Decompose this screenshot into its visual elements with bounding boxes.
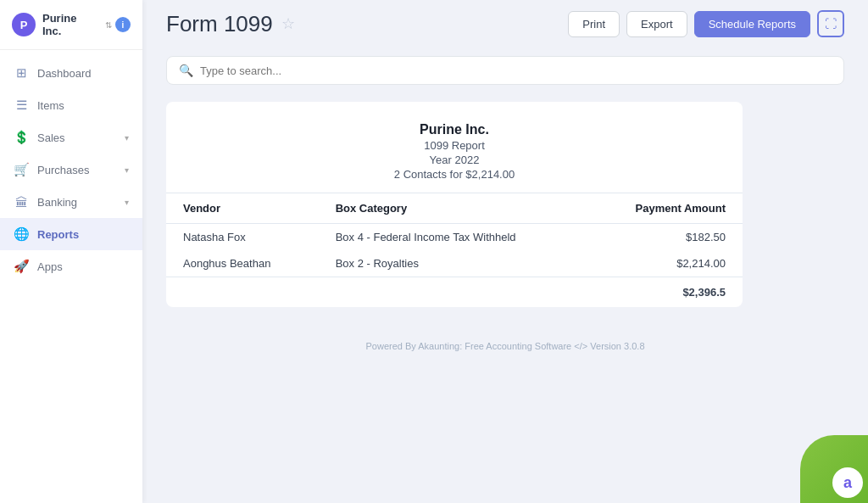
reports-icon: 🌐 (14, 226, 29, 242)
bottom-logo: a (832, 467, 863, 498)
table-row: Aonghus BeathanBox 2 - Royalties$2,214.0… (166, 250, 743, 277)
sidebar-item-label-banking: Banking (37, 196, 77, 209)
box-category-cell: Box 4 - Federal Income Tax Withheld (319, 224, 587, 251)
sidebar-item-label-apps: Apps (37, 260, 63, 273)
content-area: 🔍 Purine Inc. 1099 Report Year 2022 2 Co… (142, 48, 868, 503)
report-company-name: Purine Inc. (183, 122, 726, 137)
sidebar-item-apps[interactable]: 🚀Apps (0, 250, 142, 282)
table-row: Natasha FoxBox 4 - Federal Income Tax Wi… (166, 224, 743, 251)
vendor-cell: Aonghus Beathan (166, 250, 319, 277)
dashboard-icon: ⊞ (14, 65, 29, 81)
page-title: Form 1099 ☆ (166, 11, 295, 37)
apps-icon: 🚀 (14, 259, 29, 274)
company-logo-circle: P (12, 13, 36, 36)
sidebar-item-dashboard[interactable]: ⊞Dashboard (0, 57, 142, 89)
info-icon[interactable]: i (115, 17, 131, 32)
vendor-col-header: Vendor (166, 193, 319, 224)
search-icon: 🔍 (179, 64, 193, 77)
payment-amount-cell: $182.50 (587, 224, 743, 251)
chevron-down-icon: ▾ (125, 133, 129, 143)
page-footer: Powered By Akaunting: Free Accounting So… (166, 341, 844, 368)
logo-controls: ⇅ i (105, 17, 131, 32)
export-button[interactable]: Export (626, 11, 687, 37)
sidebar-item-label-dashboard: Dashboard (37, 67, 92, 80)
payment-amount-cell: $2,214.00 (587, 250, 743, 277)
search-bar: 🔍 (166, 56, 844, 85)
chevron-down-icon: ▾ (125, 165, 129, 175)
total-row: $2,396.5 (166, 277, 743, 308)
box-category-col-header: Box Category (319, 193, 587, 224)
sidebar-item-sales[interactable]: 💲Sales▾ (0, 121, 142, 154)
sidebar-item-items[interactable]: ☰Items (0, 89, 142, 121)
purchases-icon: 🛒 (14, 162, 29, 177)
sidebar-item-label-sales: Sales (37, 131, 65, 144)
sidebar-item-label-purchases: Purchases (37, 164, 89, 176)
print-button[interactable]: Print (568, 11, 620, 37)
company-logo[interactable]: P Purine Inc. ⇅ i (0, 0, 142, 50)
sales-icon: 💲 (14, 130, 29, 145)
sidebar-item-banking[interactable]: 🏛Banking▾ (0, 186, 142, 218)
footer-code-icon: </> (574, 341, 590, 351)
sidebar-item-purchases[interactable]: 🛒Purchases▾ (0, 154, 142, 186)
schedule-reports-button[interactable]: Schedule Reports (694, 11, 810, 37)
total-amount: $2,396.5 (587, 277, 743, 308)
vendor-cell: Natasha Fox (166, 224, 319, 251)
topbar-actions: Print Export Schedule Reports ⛶ (568, 10, 844, 37)
favorite-star-icon[interactable]: ☆ (281, 14, 295, 33)
banking-icon: 🏛 (14, 194, 29, 210)
report-year: Year 2022 (183, 154, 726, 166)
capture-button[interactable]: ⛶ (817, 10, 844, 37)
report-header: Purine Inc. 1099 Report Year 2022 2 Cont… (166, 102, 743, 193)
sidebar-item-reports[interactable]: 🌐Reports (0, 218, 142, 250)
footer-text: Powered By Akaunting: Free Accounting So… (365, 341, 571, 351)
payment-amount-col-header: Payment Amount (587, 193, 743, 224)
page-title-text: Form 1099 (166, 11, 273, 37)
footer-version: Version 3.0.8 (590, 341, 644, 351)
items-icon: ☰ (14, 98, 29, 113)
box-category-cell: Box 2 - Royalties (319, 250, 587, 277)
sidebar-nav: ⊞Dashboard☰Items💲Sales▾🛒Purchases▾🏛Banki… (0, 50, 142, 503)
sidebar: P Purine Inc. ⇅ i ⊞Dashboard☰Items💲Sales… (0, 0, 142, 503)
main-content: Form 1099 ☆ Print Export Schedule Report… (142, 0, 868, 503)
bottom-right-decoration: a (800, 435, 868, 503)
report-box: Purine Inc. 1099 Report Year 2022 2 Cont… (166, 102, 743, 307)
search-input[interactable] (200, 64, 832, 77)
company-name: Purine Inc. (42, 12, 98, 37)
report-table: Vendor Box Category Payment Amount Natas… (166, 193, 743, 307)
report-title: 1099 Report (183, 139, 726, 152)
company-arrows-icon: ⇅ (105, 20, 112, 30)
sidebar-item-label-items: Items (37, 99, 64, 112)
topbar: Form 1099 ☆ Print Export Schedule Report… (142, 0, 868, 48)
sidebar-item-label-reports: Reports (37, 228, 79, 241)
report-contacts-summary: 2 Contacts for $2,214.00 (183, 168, 726, 181)
chevron-down-icon: ▾ (125, 198, 129, 207)
